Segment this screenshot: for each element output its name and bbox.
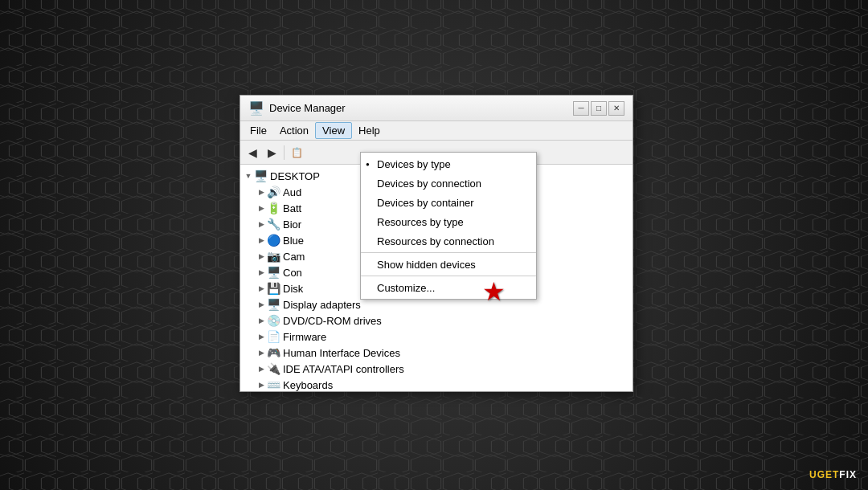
window-title: Device Manager	[269, 102, 568, 114]
devices-by-container-label: Devices by container	[377, 197, 474, 209]
battery-arrow: ▶	[256, 204, 266, 212]
cameras-label: Cam	[283, 251, 305, 263]
disk-arrow: ▶	[256, 284, 266, 292]
bios-icon: 🔧	[266, 218, 280, 231]
tree-item-firmware[interactable]: ▶ 📄 Firmware	[240, 329, 633, 345]
display-label: Display adapters	[283, 299, 361, 311]
watermark: UGETFIX	[809, 469, 857, 480]
ide-arrow: ▶	[256, 365, 266, 373]
resources-by-connection-label: Resources by connection	[377, 235, 494, 247]
battery-label: Batt	[283, 202, 301, 214]
menu-devices-by-container[interactable]: Devices by container	[361, 193, 536, 212]
dvd-arrow: ▶	[256, 316, 266, 325]
bluetooth-arrow: ▶	[256, 236, 266, 244]
tree-item-hid[interactable]: ▶ 🎮 Human Interface Devices	[240, 345, 633, 361]
menu-bar: File Action View Help	[240, 121, 633, 141]
keyboards-icon: ⌨️	[266, 378, 280, 391]
menu-customize[interactable]: Customize...	[361, 278, 536, 297]
ide-label: IDE ATA/ATAPI controllers	[283, 363, 404, 375]
menu-resources-by-type[interactable]: Resources by type	[361, 212, 536, 231]
ide-icon: 🔌	[266, 362, 280, 375]
root-label: DESKTOP	[270, 170, 320, 182]
properties-button[interactable]: 📋	[288, 144, 305, 161]
tree-item-keyboards[interactable]: ▶ ⌨️ Keyboards	[240, 377, 633, 391]
bios-arrow: ▶	[256, 220, 266, 228]
hid-icon: 🎮	[266, 346, 280, 359]
resources-by-type-label: Resources by type	[377, 216, 464, 228]
menu-file[interactable]: File	[244, 123, 273, 138]
window-icon: 🖥️	[248, 100, 264, 116]
forward-button[interactable]: ▶	[263, 144, 280, 161]
battery-icon: 🔋	[266, 202, 280, 214]
menu-view[interactable]: View	[315, 122, 352, 139]
bluetooth-icon: 🔵	[266, 234, 280, 247]
menu-devices-by-connection[interactable]: Devices by connection	[361, 174, 536, 193]
keyboards-label: Keyboards	[283, 379, 333, 391]
keyboards-arrow: ▶	[256, 381, 266, 389]
bluetooth-label: Blue	[283, 235, 304, 247]
cameras-arrow: ▶	[256, 252, 266, 260]
menu-devices-by-type[interactable]: Devices by type	[361, 154, 536, 174]
devices-by-connection-label: Devices by connection	[377, 178, 481, 190]
display-icon: 🖥️	[266, 298, 280, 311]
watermark-suffix: FIX	[839, 469, 857, 480]
com-arrow: ▶	[256, 268, 266, 276]
menu-action[interactable]: Action	[273, 123, 315, 138]
firmware-label: Firmware	[283, 331, 326, 343]
customize-label: Customize...	[377, 282, 435, 294]
devices-by-type-label: Devices by type	[377, 158, 451, 170]
menu-help[interactable]: Help	[352, 123, 387, 138]
audio-icon: 🔊	[266, 186, 280, 198]
close-button[interactable]: ✕	[608, 101, 624, 116]
maximize-button[interactable]: □	[591, 101, 607, 116]
red-star-annotation: ★	[482, 276, 506, 307]
back-button[interactable]: ◀	[244, 144, 261, 161]
menu-divider-1	[361, 252, 536, 253]
hid-arrow: ▶	[256, 349, 266, 357]
audio-arrow: ▶	[256, 188, 266, 196]
audio-label: Aud	[283, 186, 301, 198]
menu-resources-by-connection[interactable]: Resources by connection	[361, 231, 536, 251]
root-arrow: ▼	[244, 172, 253, 180]
disk-label: Disk	[283, 283, 303, 295]
window-controls: ─ □ ✕	[573, 101, 624, 116]
bios-label: Bior	[283, 218, 301, 231]
tree-item-ide[interactable]: ▶ 🔌 IDE ATA/ATAPI controllers	[240, 361, 633, 377]
watermark-prefix: UGET	[809, 469, 839, 480]
dvd-icon: 💿	[266, 314, 280, 327]
cameras-icon: 📷	[266, 250, 280, 263]
menu-divider-2	[361, 276, 536, 276]
display-arrow: ▶	[256, 300, 266, 308]
minimize-button[interactable]: ─	[573, 101, 589, 116]
root-icon: 🖥️	[253, 169, 268, 182]
com-label: Con	[283, 267, 302, 279]
view-dropdown-menu: Devices by type Devices by connection De…	[360, 152, 537, 300]
toolbar-separator	[284, 145, 285, 160]
show-hidden-label: Show hidden devices	[377, 259, 476, 271]
dvd-label: DVD/CD-ROM drives	[283, 315, 382, 327]
firmware-arrow: ▶	[256, 333, 266, 341]
firmware-icon: 📄	[266, 330, 280, 343]
tree-item-dvd[interactable]: ▶ 💿 DVD/CD-ROM drives	[240, 312, 633, 329]
com-icon: 🖥️	[266, 266, 280, 279]
title-bar: 🖥️ Device Manager ─ □ ✕	[240, 96, 633, 121]
hid-label: Human Interface Devices	[283, 347, 400, 359]
disk-icon: 💾	[266, 282, 280, 295]
menu-show-hidden[interactable]: Show hidden devices	[361, 255, 536, 274]
